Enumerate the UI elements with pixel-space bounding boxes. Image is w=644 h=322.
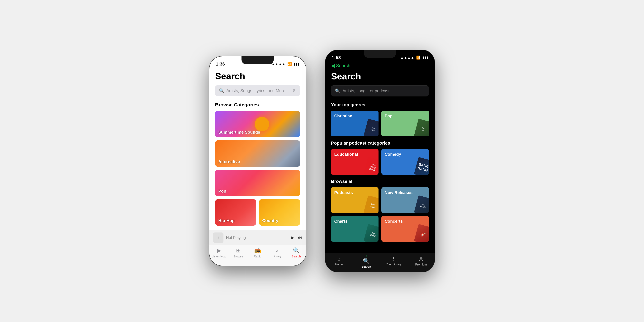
charts-deco: TopGlobal bbox=[364, 224, 378, 242]
screen: 1:36 ▲▲▲▲ 📶 ▮▮▮ Search 🔍 Artists, Songs,… bbox=[209, 56, 306, 266]
browse-all-grid: Podcasts DailyDrive New Releases NewMusi… bbox=[331, 187, 429, 242]
pop-deco: TopList bbox=[414, 119, 429, 136]
podcast-categories-label: Popular podcast categories bbox=[331, 140, 429, 146]
comedy-deco: BANGBANG bbox=[414, 157, 429, 175]
category-card-alternative[interactable]: Alternative bbox=[215, 140, 300, 167]
sp-search-label: Search bbox=[362, 265, 371, 268]
sp-home-label: Home bbox=[335, 263, 343, 266]
christian-label: Christian bbox=[334, 114, 352, 118]
radio-icon: 📻 bbox=[254, 247, 261, 254]
category-card-country[interactable]: Country bbox=[259, 199, 300, 226]
genre-card-christian[interactable]: Christian TopClub bbox=[331, 110, 378, 136]
genre-card-new-releases[interactable]: New Releases NewMusic bbox=[382, 187, 429, 213]
play-button[interactable]: ▶ bbox=[291, 235, 294, 240]
status-time-dark: 1:53 bbox=[332, 55, 341, 60]
tab-library-label: Library bbox=[272, 255, 281, 258]
notch-dark bbox=[364, 50, 396, 58]
podcasts-deco: DailyDrive bbox=[364, 195, 378, 213]
spotify-search-bar[interactable]: 🔍 Artists, songs, or podcasts bbox=[331, 85, 429, 96]
status-time: 1:36 bbox=[216, 62, 225, 67]
spotify-content: Search 🔍 Artists, songs, or podcasts You… bbox=[325, 70, 435, 259]
category-label-summertime: Summertime Sounds bbox=[218, 130, 260, 135]
content-area: Search 🔍 Artists, Songs, Lyrics, and Mor… bbox=[209, 69, 306, 245]
genre-card-pop[interactable]: Pop TopList bbox=[382, 110, 429, 136]
tab-search[interactable]: 🔍 Search bbox=[286, 247, 306, 258]
spotify-tab-bar: ⌂ Home 🔍 Search ⫶ Your Library ◎ Premium bbox=[325, 253, 435, 272]
forward-button[interactable]: ⏭ bbox=[298, 235, 302, 240]
browse-icon: ⊞ bbox=[236, 247, 240, 254]
category-card-pop[interactable]: Pop bbox=[215, 170, 300, 196]
category-label-pop: Pop bbox=[218, 189, 226, 194]
category-row-bottom: Hip-Hop Country bbox=[215, 199, 300, 226]
concerts-deco: 🎸 bbox=[414, 224, 429, 242]
back-label: Search bbox=[336, 63, 350, 68]
tab-listen-now[interactable]: ▶ Listen Now bbox=[209, 247, 228, 258]
listen-now-icon: ▶ bbox=[217, 247, 221, 254]
category-label-hiphop: Hip-Hop bbox=[218, 218, 234, 223]
category-label-alternative: Alternative bbox=[218, 159, 240, 164]
search-tab-icon: 🔍 bbox=[293, 247, 300, 254]
genre-card-charts[interactable]: Charts TopGlobal bbox=[331, 216, 378, 242]
spotify-search-input[interactable]: Artists, songs, or podcasts bbox=[342, 88, 425, 94]
wifi-icon-dark: 📶 bbox=[416, 56, 420, 60]
ted-deco: TEDTALKSDAILY bbox=[364, 157, 378, 175]
search-icon: 🔍 bbox=[219, 88, 224, 93]
podcast-grid: Educational TEDTALKSDAILY Comedy BANGBAN… bbox=[331, 149, 429, 175]
mic-icon[interactable]: 🎙 bbox=[292, 88, 296, 94]
podcasts-label: Podcasts bbox=[334, 190, 353, 195]
concerts-label: Concerts bbox=[385, 219, 403, 224]
category-card-hiphop[interactable]: Hip-Hop bbox=[215, 199, 256, 226]
tab-radio[interactable]: 📻 Radio bbox=[248, 247, 267, 258]
page-title: Search bbox=[215, 71, 300, 81]
notch bbox=[242, 56, 274, 64]
player-title: Not Playing bbox=[226, 236, 288, 240]
tab-browse[interactable]: ⊞ Browse bbox=[228, 247, 248, 258]
tab-radio-label: Radio bbox=[254, 255, 261, 258]
educational-label: Educational bbox=[334, 152, 358, 157]
category-label-country: Country bbox=[262, 218, 278, 223]
player-controls: ▶ ⏭ bbox=[291, 235, 302, 240]
status-icons: ▲▲▲▲ 📶 ▮▮▮ bbox=[272, 62, 300, 66]
category-card-summertime[interactable]: Summertime Sounds bbox=[215, 111, 300, 137]
tab-search-label: Search bbox=[292, 255, 301, 258]
signal-icon-dark: ▲▲▲▲ bbox=[400, 56, 414, 60]
status-icons-dark: ▲▲▲▲ 📶 ▮▮▮ bbox=[400, 56, 428, 60]
search-bar[interactable]: 🔍 Artists, Songs, Lyrics, and More 🎙 bbox=[215, 85, 300, 96]
signal-icon: ▲▲▲▲ bbox=[272, 62, 286, 66]
library-icon: ♪ bbox=[276, 247, 278, 254]
new-releases-label: New Releases bbox=[385, 190, 412, 195]
tab-browse-label: Browse bbox=[234, 255, 243, 258]
search-sp-icon: 🔍 bbox=[363, 258, 370, 264]
genre-card-comedy[interactable]: Comedy BANGBANG bbox=[382, 149, 429, 175]
premium-icon: ◎ bbox=[418, 256, 424, 262]
library-sp-icon: ⫶ bbox=[392, 256, 395, 262]
player-thumbnail: ♪ bbox=[213, 232, 224, 243]
sp-tab-premium[interactable]: ◎ Premium bbox=[407, 256, 435, 266]
browse-categories-label: Browse Categories bbox=[215, 102, 300, 108]
sun-decoration bbox=[255, 117, 269, 132]
back-chevron-icon: ◀ bbox=[331, 63, 335, 68]
top-genres-grid: Christian TopClub Pop TopList bbox=[331, 110, 429, 136]
battery-icon-dark: ▮▮▮ bbox=[422, 56, 428, 60]
top-genres-label: Your top genres bbox=[331, 102, 429, 108]
tab-library[interactable]: ♪ Library bbox=[267, 247, 286, 258]
genre-card-educational[interactable]: Educational TEDTALKSDAILY bbox=[331, 149, 378, 175]
browse-all-label: Browse all bbox=[331, 179, 429, 184]
new-releases-deco: NewMusic bbox=[414, 195, 429, 213]
charts-label: Charts bbox=[334, 219, 348, 224]
genre-card-concerts[interactable]: Concerts 🎸 bbox=[382, 216, 429, 242]
sp-tab-library[interactable]: ⫶ Your Library bbox=[380, 256, 407, 266]
player-bar[interactable]: ♪ Not Playing ▶ ⏭ bbox=[209, 230, 306, 245]
apple-music-phone: 1:36 ▲▲▲▲ 📶 ▮▮▮ Search 🔍 Artists, Songs,… bbox=[209, 56, 306, 266]
active-indicator bbox=[366, 256, 367, 256]
pop-label: Pop bbox=[385, 114, 392, 118]
wifi-icon: 📶 bbox=[288, 62, 292, 66]
screen-dark: 1:53 ▲▲▲▲ 📶 ▮▮▮ ◀ Search Search 🔍 Artist… bbox=[325, 50, 435, 272]
sp-tab-home[interactable]: ⌂ Home bbox=[325, 256, 352, 266]
sp-premium-label: Premium bbox=[415, 263, 427, 266]
sp-library-label: Your Library bbox=[386, 263, 401, 266]
back-nav[interactable]: ◀ Search bbox=[325, 63, 435, 68]
genre-card-podcasts[interactable]: Podcasts DailyDrive bbox=[331, 187, 378, 213]
sp-tab-search[interactable]: 🔍 Search bbox=[352, 256, 380, 268]
search-input[interactable]: Artists, Songs, Lyrics, and More bbox=[226, 88, 290, 93]
